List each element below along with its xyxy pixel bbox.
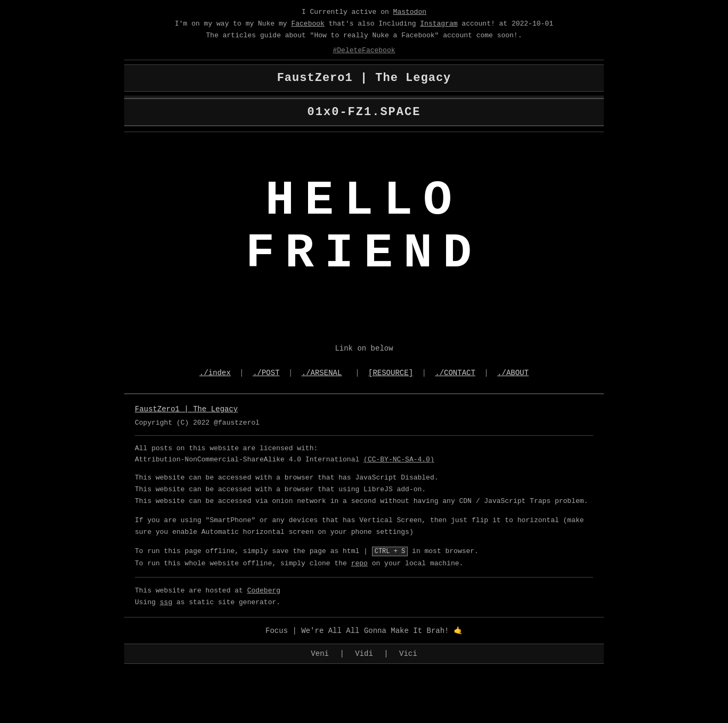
footer-site-title-link[interactable]: FaustZero1 | The Legacy	[135, 405, 238, 413]
veni-text: Veni	[311, 649, 329, 658]
footer-offline: To run this page offline, simply save th…	[135, 546, 593, 569]
separator-vidi-vici: |	[384, 649, 393, 658]
instagram-link[interactable]: Instagram	[420, 20, 457, 28]
footer-title-container: FaustZero1 | The Legacy	[135, 405, 593, 413]
facebook-link[interactable]: Facebook	[291, 20, 324, 28]
account-text: account! at 2022-10-01	[458, 20, 553, 28]
repo-link[interactable]: repo	[351, 559, 368, 567]
vici-text: Vici	[399, 649, 417, 658]
nav-post[interactable]: ./POST	[253, 369, 279, 377]
mastodon-link[interactable]: Mastodon	[393, 8, 426, 16]
nav-resource[interactable]: [RESOURCE]	[368, 369, 413, 377]
nav-about[interactable]: ./ABOUT	[497, 369, 529, 377]
top-notice: I Currently active on Mastodon I'm on my…	[0, 0, 728, 60]
license-link[interactable]: (CC-BY-NC-SA-4.0)	[363, 456, 434, 464]
footer-copyright: Copyright (C) 2022 @faustzerol	[135, 419, 593, 427]
divider-1	[124, 96, 604, 96]
footer-mobile: If you are using "SmartPhone" or any dev…	[135, 515, 593, 538]
domain-name: 01x0-FZ1.SPACE	[135, 105, 593, 119]
hero-section: HELLO FRIEND	[124, 132, 604, 312]
site-title-bar: FaustZero1 | The Legacy	[124, 64, 604, 92]
footer-hosted: This website are hosted at Codeberg Usin…	[135, 585, 593, 608]
codeberg-link[interactable]: Codeberg	[247, 587, 280, 595]
also-text: that's also Including	[325, 20, 420, 28]
site-title: FaustZero1 | The Legacy	[135, 71, 593, 85]
domain-bar: 01x0-FZ1.SPACE	[124, 98, 604, 126]
nav-links: ./index | ./POST | ./ARSENAL | [RESOURCE…	[0, 363, 728, 393]
bottom-bar: Veni | Vidi | Vici	[124, 644, 604, 664]
link-below-text: Link on below	[0, 312, 728, 363]
hero-title: HELLO FRIEND	[135, 175, 593, 280]
sep-3: |	[351, 369, 364, 377]
footer-section: FaustZero1 | The Legacy Copyright (C) 20…	[124, 394, 604, 617]
ssg-link[interactable]: ssg	[160, 598, 172, 606]
separator-veni-vidi: |	[339, 649, 349, 658]
footer-license: All posts on this website are licensed w…	[135, 443, 593, 466]
ctrl-s-kbd: CTRL + S	[372, 547, 408, 556]
footer-divider-1	[135, 435, 593, 436]
articles-text: The articles guide about "How to really …	[206, 31, 522, 39]
active-text: I Currently active on	[302, 8, 393, 16]
top-divider	[124, 60, 604, 60]
footer-motto: Focus | We're All All Gonna Make It Brah…	[124, 618, 604, 644]
sep-5: |	[484, 369, 493, 377]
nav-arsenal[interactable]: ./ARSENAL	[302, 369, 342, 377]
footer-divider-2	[135, 577, 593, 578]
sep-1: |	[239, 369, 248, 377]
vidi-text: Vidi	[355, 649, 373, 658]
sep-2: |	[288, 369, 297, 377]
nav-index[interactable]: ./index	[199, 369, 231, 377]
delete-facebook-link[interactable]: #DeleteFacebook	[333, 46, 395, 54]
nuke-text: I'm on my way to my Nuke my	[175, 20, 291, 28]
footer-access: This website can be accessed with a brow…	[135, 472, 593, 507]
sep-4: |	[422, 369, 431, 377]
nav-contact[interactable]: ./CONTACT	[435, 369, 475, 377]
